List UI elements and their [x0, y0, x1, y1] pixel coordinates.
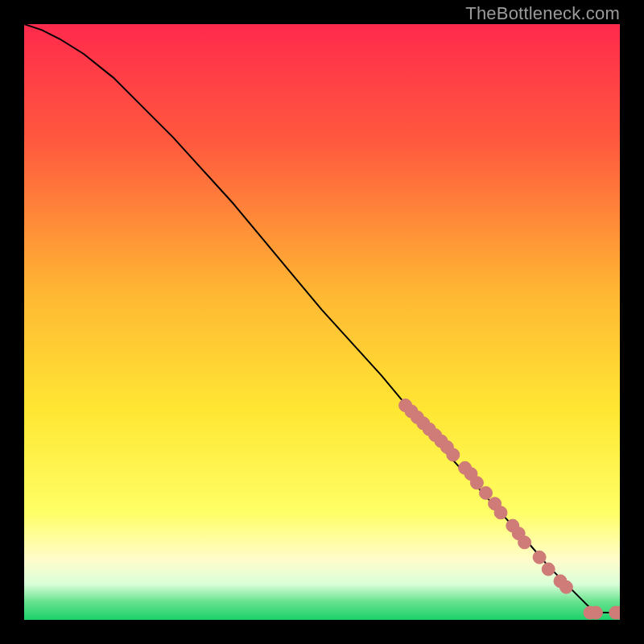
marker-cluster-upper-72-28: [447, 448, 460, 461]
marker-cluster-low-86-11: [533, 551, 546, 564]
chart-overlay: [24, 24, 620, 620]
plot-area: [24, 24, 620, 620]
marker-cluster-mid-77-22: [480, 486, 493, 499]
marker-cluster-bottom-91-5: [559, 580, 572, 593]
marker-group: [399, 399, 620, 619]
marker-cluster-low-88-9: [542, 563, 555, 576]
watermark-label: TheBottleneck.com: [465, 3, 620, 24]
marker-cluster-low-84-14: [518, 536, 531, 549]
marker-cluster-mid-80-19: [494, 506, 507, 519]
bottleneck-curve-path: [24, 24, 620, 613]
marker-cluster-mid-76-24: [470, 477, 483, 489]
marker-end-96-1: [589, 606, 602, 619]
chart-stage: TheBottleneck.com: [0, 0, 644, 644]
